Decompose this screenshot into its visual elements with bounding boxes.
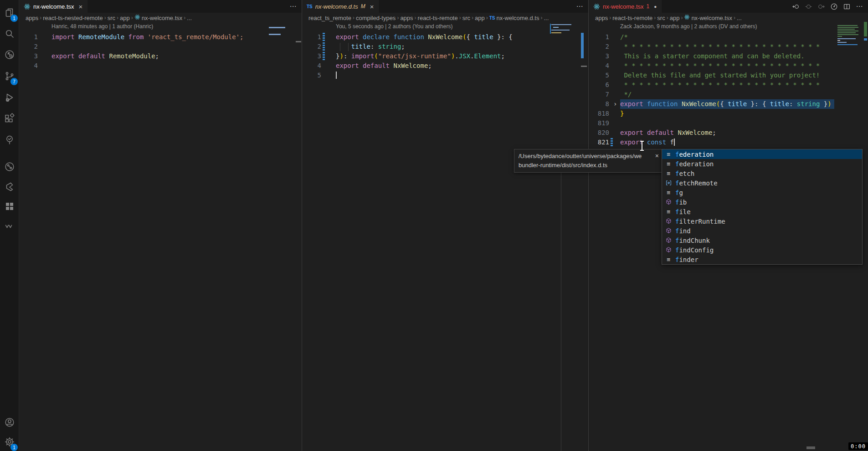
code-area[interactable]: 1import RemoteModule from 'react_ts_remo…	[19, 32, 302, 71]
line-number: 3	[302, 51, 321, 61]
code-text[interactable]: Delete this file and get started with yo…	[620, 71, 820, 80]
next-change-icon[interactable]	[817, 2, 825, 10]
suggest-item-fib[interactable]: fib	[662, 197, 862, 207]
dirty-indicator-icon[interactable]: ●	[654, 4, 657, 9]
code-text[interactable]: */	[620, 90, 632, 99]
activity-item-gitlens[interactable]	[0, 159, 19, 177]
code-line: 5 Delete this file and get started with …	[589, 71, 868, 80]
line-number: 1	[302, 32, 321, 42]
activity-item-source-control[interactable]: 7	[0, 68, 19, 86]
codelens-blame[interactable]: Zack Jackson, 9 months ago | 2 authors (…	[620, 23, 757, 32]
close-icon[interactable]: ×	[655, 151, 659, 160]
breadcrumb-item[interactable]: ...	[737, 15, 742, 21]
tab-nx-welcome.d.ts[interactable]: TSnx-welcome.d.tsM×	[302, 0, 379, 13]
change-icon[interactable]	[804, 2, 812, 10]
activity-item-run-debug[interactable]	[0, 89, 19, 108]
activity-item-remote-pin[interactable]	[0, 46, 19, 65]
code-text[interactable]: }): import("react/jsx-runtime").JSX.Elem…	[336, 51, 505, 61]
code-line: 821export const f	[589, 138, 868, 147]
breadcrumb-item[interactable]: react-ts-remote	[612, 15, 652, 21]
more-icon[interactable]: ⋯	[289, 2, 297, 10]
activity-item-todo-tree[interactable]	[0, 132, 19, 150]
suggest-item-find[interactable]: find	[662, 226, 862, 236]
suggest-item-fg[interactable]: ≡fg	[662, 188, 862, 197]
token: * * * * * * * * * * * * * * * * * * * * …	[620, 81, 820, 88]
suggest-item-federation[interactable]: ≡federation	[662, 149, 862, 159]
activity-item-settings[interactable]: 1	[0, 434, 19, 451]
breadcrumb-item[interactable]: nx-welcome.tsx	[134, 14, 183, 21]
scrollbar-fragment[interactable]	[806, 446, 815, 449]
close-icon[interactable]: ×	[79, 3, 83, 10]
breadcrumb-item[interactable]: apps	[400, 15, 413, 21]
code-area[interactable]: 1/*2 * * * * * * * * * * * * * * * * * *…	[589, 32, 868, 147]
breadcrumb-item[interactable]: react_ts_remote	[308, 15, 351, 21]
breadcrumb-item[interactable]: nx-welcome.tsx	[684, 14, 732, 21]
activity-item-account[interactable]	[0, 414, 19, 432]
code-text[interactable]: export default NxWelcome;	[620, 128, 716, 138]
chevron-right-icon: ›	[353, 15, 354, 21]
code-text[interactable]: export default RemoteModule;	[51, 51, 159, 61]
code-text[interactable]: title: string;	[336, 42, 405, 51]
code-text[interactable]: This is a starter component and can be d…	[620, 51, 805, 61]
suggest-item-fetchRemote[interactable]: fetchRemote	[662, 178, 862, 188]
activity-item-bookmarks[interactable]	[0, 179, 19, 197]
line-number: 818	[589, 109, 609, 118]
history-icon[interactable]	[830, 2, 838, 10]
code-text[interactable]: export const f	[620, 138, 675, 147]
breadcrumb-item[interactable]: src	[108, 15, 115, 21]
search-icon	[4, 28, 15, 41]
suggest-item-filterRuntime[interactable]: filterRuntime	[662, 216, 862, 226]
breadcrumb-item[interactable]: src	[657, 15, 665, 21]
code-text[interactable]: export declare function NxWelcome({ titl…	[336, 32, 513, 42]
suggest-item-federation[interactable]: ≡federation	[662, 159, 862, 169]
breadcrumb-item[interactable]: react-ts-nested-remote	[43, 15, 103, 21]
more-icon[interactable]: ⋯	[855, 2, 863, 10]
prev-change-icon[interactable]	[791, 2, 800, 10]
breadcrumb-item[interactable]: src	[462, 15, 470, 21]
code-area[interactable]: 1export declare function NxWelcome({ tit…	[302, 32, 588, 80]
activity-item-explorer[interactable]: 1	[0, 5, 19, 23]
tab-nx-welcome.tsx[interactable]: nx-welcome.tsx×	[19, 0, 87, 13]
breadcrumb-item[interactable]: ...	[187, 15, 192, 21]
close-icon[interactable]: ×	[370, 3, 374, 10]
code-text[interactable]: export default NxWelcome;	[336, 61, 432, 71]
activity-item-wallaby[interactable]	[0, 218, 19, 236]
suggest-label: findChunk	[675, 237, 710, 244]
breadcrumb-item[interactable]: app	[120, 15, 130, 21]
suggest-item-findConfig[interactable]: findConfig	[662, 245, 862, 255]
breadcrumb-item[interactable]: compiled-types	[356, 15, 395, 21]
code-text[interactable]: * * * * * * * * * * * * * * * * * * * * …	[620, 42, 820, 51]
breadcrumb-item[interactable]: apps	[595, 15, 608, 21]
activity-item-grid[interactable]	[0, 198, 19, 216]
codelens-blame[interactable]: You, 5 seconds ago | 2 authors (You and …	[336, 23, 452, 32]
breadcrumb-item[interactable]: app	[475, 15, 485, 21]
code-text[interactable]: import RemoteModule from 'react_ts_remot…	[51, 32, 243, 42]
breadcrumb-item[interactable]: TSnx-welcome.d.ts	[489, 15, 539, 21]
editor-group-divider-right[interactable]	[588, 0, 589, 451]
breadcrumb-item[interactable]: ...	[544, 15, 549, 21]
more-icon[interactable]: ⋯	[575, 2, 584, 10]
editor-group-divider-left[interactable]	[302, 0, 302, 451]
breadcrumb-label: nx-welcome.tsx	[691, 15, 732, 21]
code-line: 3export default RemoteModule;	[19, 51, 302, 61]
code-text[interactable]: * * * * * * * * * * * * * * * * * * * * …	[620, 61, 820, 71]
code-text[interactable]: }	[620, 109, 624, 118]
suggest-item-file[interactable]: ≡file	[662, 207, 862, 216]
split-icon[interactable]	[842, 2, 851, 10]
codelens-blame[interactable]: Hanric, 48 minutes ago | 1 author (Hanri…	[51, 23, 153, 32]
suggest-item-fetch[interactable]: ≡fetch	[662, 169, 862, 178]
minimap-mark	[837, 29, 855, 30]
fold-chevron-icon[interactable]: ›	[613, 99, 617, 109]
code-text[interactable]: export function NxWelcome({ title }: { t…	[620, 99, 834, 109]
breadcrumb-item[interactable]: app	[670, 15, 680, 21]
breadcrumb-item[interactable]: apps	[26, 15, 38, 21]
suggest-item-finder[interactable]: ≡finder	[662, 255, 862, 264]
breadcrumb-item[interactable]: react-ts-remote	[418, 15, 458, 21]
minimap-mark	[837, 25, 858, 26]
activity-item-search[interactable]	[0, 26, 19, 44]
suggest-item-findChunk[interactable]: findChunk	[662, 236, 862, 245]
code-text[interactable]: * * * * * * * * * * * * * * * * * * * * …	[620, 80, 820, 90]
code-text[interactable]: /*	[620, 32, 628, 42]
tab-nx-welcome.tsx[interactable]: nx-welcome.tsx1●	[589, 0, 662, 13]
activity-item-extensions[interactable]	[0, 110, 19, 128]
